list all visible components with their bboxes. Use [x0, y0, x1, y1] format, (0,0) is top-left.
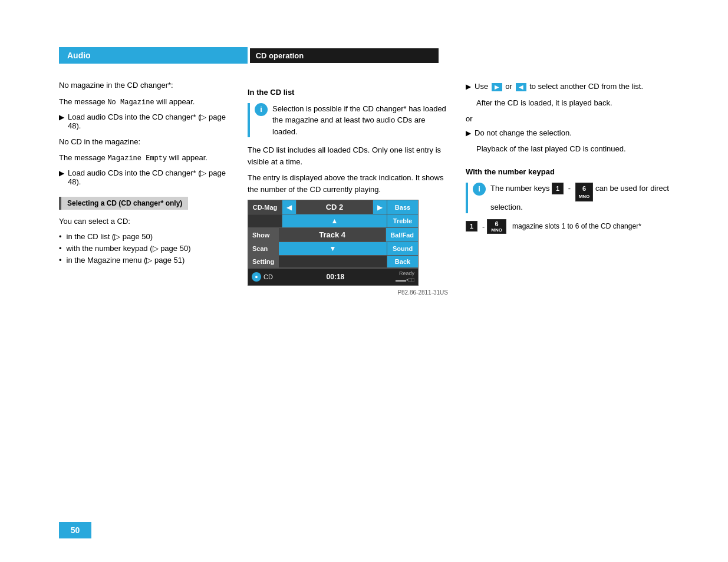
next-track-icon: ▶ [492, 83, 502, 91]
cd-list-para2: The entry is displayed above the track i… [248, 172, 448, 195]
cd-number: CD 2 [297, 200, 373, 214]
arrow-icon-right2: ▶ [466, 129, 471, 137]
cd-row-5: Setting Back [248, 256, 418, 268]
cd-list-para1: The CD list includes all loaded CDs. Onl… [248, 144, 448, 167]
bullet-cdlist-text: in the CD list (▷ page 50) [67, 232, 153, 241]
treble-btn[interactable]: Treble [387, 214, 418, 227]
balfad-btn[interactable]: Bal/Fad [386, 228, 418, 242]
cd-bottom-label: CD [263, 273, 273, 280]
with-number-keypad-heading: With the number keypad [466, 166, 669, 178]
cd-row-3: Show Track 4 Bal/Fad [248, 228, 418, 242]
cd-row2-empty [248, 214, 282, 227]
track-display: Track 4 [279, 228, 386, 242]
info-icon-keypad: i [473, 183, 486, 196]
bullet-numpad: • with the number keypad (▷ page 50) [59, 244, 230, 253]
info-bar-keypad [466, 183, 468, 213]
keypad-example-row: 1 - 6 MNO magazine slots 1 to 6 of the C… [466, 219, 669, 234]
use-instruction-bullet: ▶ Use ▶ or ◀ to select another CD from t… [466, 82, 669, 91]
info-box-keypad: i The number keys 1 - 6 MNO can be used … [466, 183, 669, 213]
info-text: Selection is possible if the CD changer*… [272, 103, 448, 138]
cd-up-btn[interactable]: ▲ [282, 214, 387, 227]
no-magazine-code: No Magazine [107, 98, 154, 107]
left-column: No magazine in the CD changer*: The mess… [59, 80, 248, 296]
example-key1: 1 [466, 221, 477, 232]
example-key6-letters: MNO [491, 227, 502, 233]
bullet-magmenu: • in the Magazine menu (▷ page 51) [59, 256, 230, 265]
setting-btn[interactable]: Setting [248, 256, 279, 267]
no-magazine-message: The message No Magazine will appear. [59, 96, 230, 108]
scan-btn[interactable]: Scan [248, 242, 279, 255]
example-key6-num: 6 [495, 220, 499, 227]
mid-column: In the CD list i Selection is possible i… [248, 80, 460, 296]
cd-prev-btn[interactable]: ◀ [282, 200, 297, 214]
header-audio: Audio [59, 47, 248, 64]
info-bar [248, 103, 250, 138]
select-cd-section-title: Selecting a CD (CD changer* only) [59, 197, 188, 210]
info-keypad-text: The number keys 1 - 6 MNO can be used fo… [490, 183, 669, 213]
do-not-change-bullet: ▶ Do not change the selection. [466, 128, 669, 137]
sound-btn[interactable]: Sound [387, 242, 418, 255]
magazine-empty-code: Magazine Empty [107, 154, 167, 163]
panel-reference: P82.86-2811-31US [248, 289, 448, 296]
info-icon: i [255, 103, 268, 116]
show-btn[interactable]: Show [248, 228, 279, 242]
key6-num: 6 [582, 184, 586, 194]
arrow-icon-right1: ▶ [466, 82, 471, 91]
key6-box: 6 MNO [575, 183, 594, 202]
arrow-icon-2: ▶ [59, 169, 64, 186]
cd-next-btn[interactable]: ▶ [373, 200, 387, 214]
arrow-icon-1: ▶ [59, 113, 64, 130]
key6-letters: MNO [579, 193, 590, 200]
cd-signal-bars: ▬▬▪□□ [396, 277, 414, 283]
no-cd-label: No CD in the magazine: [59, 136, 230, 148]
bullet-cdlist: • in the CD list (▷ page 50) [59, 232, 230, 241]
after-loaded-text: After the CD is loaded, it is played bac… [476, 97, 669, 109]
no-magazine-label: No magazine in the CD changer*: [59, 80, 230, 91]
setting-spacer [279, 256, 387, 267]
magazine-empty-message: The message Magazine Empty will appear. [59, 152, 230, 164]
bullet-magmenu-text: in the Magazine menu (▷ page 51) [67, 256, 185, 265]
page-number: 50 [59, 522, 91, 538]
prev-track-icon: ◀ [516, 83, 526, 91]
page-container: Audio CD operation No magazine in the CD… [0, 0, 728, 562]
or-label: or [466, 113, 669, 125]
cd-row-1: CD-Mag ◀ CD 2 ▶ Bass [248, 200, 418, 214]
you-can-select: You can select a CD: [59, 216, 230, 227]
cd-ready-label: Ready [399, 270, 414, 277]
cd-row-2: ▲ Treble [248, 214, 418, 228]
magazine-desc-text: magazine slots 1 to 6 of the CD changer* [512, 222, 641, 230]
cd-mag-label: CD-Mag [248, 200, 282, 214]
dot-3: • [59, 256, 62, 265]
dot-2: • [59, 244, 62, 253]
cd-down-btn[interactable]: ▼ [279, 242, 387, 255]
cd-status: Ready ▬▬▪□□ [396, 270, 414, 283]
header-cd-operation: CD operation [250, 48, 439, 63]
dash-sep: - [568, 184, 571, 193]
cd-playback-icon: ● [252, 272, 261, 282]
example-key6: 6 MNO [487, 219, 506, 234]
right-column: ▶ Use ▶ or ◀ to select another CD from t… [460, 80, 669, 296]
back-btn[interactable]: Back [387, 256, 418, 267]
content-columns: No magazine in the CD changer*: The mess… [59, 80, 669, 296]
use-instruction-text: Use ▶ or ◀ to select another CD from the… [475, 82, 643, 91]
key1-box: 1 [552, 183, 564, 195]
info-box-selection: i Selection is possible if the CD change… [248, 103, 448, 138]
load-cds-text2: Load audio CDs into the CD changer* (▷ p… [68, 168, 230, 186]
do-not-change-text: Do not change the selection. [475, 128, 572, 137]
cd-panel: CD-Mag ◀ CD 2 ▶ Bass ▲ Treble Show Track… [248, 200, 419, 286]
cd-bottom-row: ● CD 00:18 Ready ▬▬▪□□ [248, 268, 418, 285]
playback-continued-text: Playback of the last played CD is contin… [476, 143, 669, 155]
load-cds-bullet2: ▶ Load audio CDs into the CD changer* (▷… [59, 168, 230, 186]
dot-1: • [59, 232, 62, 241]
example-dash: - [482, 222, 485, 231]
bass-btn[interactable]: Bass [387, 200, 418, 214]
load-cds-bullet1: ▶ Load audio CDs into the CD changer* (▷… [59, 113, 230, 130]
cd-row-4: Scan ▼ Sound [248, 242, 418, 256]
in-cd-list-heading: In the CD list [248, 87, 448, 98]
load-cds-text1: Load audio CDs into the CD changer* (▷ p… [68, 113, 230, 130]
bullet-numpad-text: with the number keypad (▷ page 50) [67, 244, 191, 253]
cd-time-display: 00:18 [275, 273, 396, 281]
